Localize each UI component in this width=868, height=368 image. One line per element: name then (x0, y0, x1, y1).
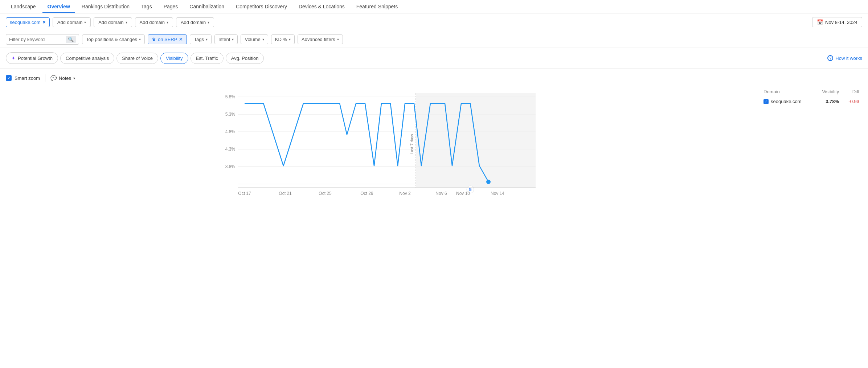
svg-point-14 (487, 180, 490, 184)
svg-text:3.8%: 3.8% (225, 164, 236, 169)
date-picker[interactable]: 📅 Nov 8-14, 2024 (812, 17, 862, 27)
chevron-down-icon: ▾ (167, 20, 168, 24)
nav-item-tags[interactable]: Tags (136, 0, 157, 13)
top-positions-filter[interactable]: Top positions & changes ▾ (82, 34, 145, 44)
chevron-down-icon: ▾ (232, 37, 234, 41)
nav-item-overview[interactable]: Overview (42, 0, 75, 13)
chevron-down-icon: ▾ (73, 76, 75, 80)
keyword-filter-wrap: 🔍 (6, 34, 79, 45)
divider (45, 74, 45, 82)
svg-text:Nov 14: Nov 14 (491, 191, 504, 196)
analysis-tab-est-traffic[interactable]: Est. Traffic (191, 53, 224, 64)
add-domain-button-4[interactable]: Add domain ▾ (176, 17, 214, 27)
analysis-tab-avg-position[interactable]: Avg. Position (226, 53, 264, 64)
chart-right-panel: Domain Visibility Diff ✓ seoquake.com 3.… (761, 74, 862, 214)
how-it-works-link[interactable]: ? How it works (827, 55, 862, 61)
smart-zoom-checkbox[interactable]: ✓ (6, 75, 12, 81)
chevron-down-icon: ▾ (289, 37, 291, 41)
domain-value: seoquake.com (10, 20, 41, 25)
on-serp-filter[interactable]: ♛ on SERP ✕ (148, 34, 187, 44)
smart-zoom-label: Smart zoom (15, 75, 40, 81)
chart-controls: ✓ Smart zoom 💬 Notes ▾ (6, 74, 753, 82)
search-icon: 🔍 (68, 37, 74, 42)
remove-serp-filter-button[interactable]: ✕ (179, 37, 183, 42)
add-domain-button-3[interactable]: Add domain ▾ (135, 17, 173, 27)
crown-icon: ♛ (152, 37, 156, 42)
chevron-down-icon: ▾ (206, 37, 208, 41)
question-circle-icon: ? (827, 55, 833, 61)
chevron-down-icon: ▾ (84, 20, 86, 24)
nav-item-rankings-distribution[interactable]: Rankings Distribution (77, 0, 135, 13)
col-domain-header: Domain (761, 87, 814, 97)
analysis-tab-competitive-analysis[interactable]: Competitive analysis (60, 53, 114, 64)
kd-filter[interactable]: KD % ▾ (271, 34, 295, 44)
svg-text:Oct 29: Oct 29 (360, 191, 373, 196)
keyword-filter-input[interactable] (9, 37, 64, 42)
analysis-tab-potential-growth[interactable]: ✦Potential Growth (6, 52, 58, 64)
chart-svg-container: 5.8% 5.3% 4.8% 4.3% 3.8% Last 7 days (6, 86, 753, 214)
filter-row: 🔍 Top positions & changes ▾ ♛ on SERP ✕ … (0, 31, 868, 48)
notes-icon: 💬 (50, 75, 57, 81)
domain-name: seoquake.com (771, 99, 802, 104)
remove-domain-button[interactable]: × (43, 20, 46, 25)
sparkle-icon: ✦ (11, 55, 16, 61)
domain-row: seoquake.com × Add domain ▾ Add domain ▾… (0, 13, 868, 31)
add-domain-button-2[interactable]: Add domain ▾ (94, 17, 132, 27)
svg-text:Nov 2: Nov 2 (399, 191, 411, 196)
svg-text:Oct 25: Oct 25 (319, 191, 332, 196)
domain-tag[interactable]: seoquake.com × (6, 17, 50, 27)
nav-item-cannibalization[interactable]: Cannibalization (184, 0, 229, 13)
advanced-filters-button[interactable]: Advanced filters ▾ (298, 34, 343, 44)
nav-item-competitors-discovery[interactable]: Competitors Discovery (231, 0, 292, 13)
visibility-value: 3.78% (814, 97, 842, 106)
analysis-tab-visibility[interactable]: Visibility (160, 53, 188, 64)
visibility-chart: 5.8% 5.3% 4.8% 4.3% 3.8% Last 7 days (6, 86, 753, 213)
svg-text:Oct 21: Oct 21 (279, 191, 292, 196)
svg-text:Nov 10: Nov 10 (456, 191, 470, 196)
date-range-label: Nov 8-14, 2024 (825, 20, 857, 25)
chevron-down-icon: ▾ (337, 37, 339, 41)
chevron-down-icon: ▾ (126, 20, 127, 24)
volume-filter[interactable]: Volume ▾ (241, 34, 268, 44)
nav-item-pages[interactable]: Pages (159, 0, 183, 13)
top-nav: LandscapeOverviewRankings DistributionTa… (0, 0, 868, 13)
smart-zoom-control: ✓ Smart zoom (6, 75, 40, 81)
chart-main: ✓ Smart zoom 💬 Notes ▾ 5.8% (6, 74, 753, 214)
notes-button[interactable]: 💬 Notes ▾ (50, 75, 75, 81)
analysis-tabs-row: ✦Potential GrowthCompetitive analysisSha… (0, 48, 868, 69)
diff-value: -0.93 (842, 97, 862, 106)
svg-text:Oct 17: Oct 17 (238, 191, 251, 196)
tags-filter[interactable]: Tags ▾ (190, 34, 211, 44)
svg-text:4.8%: 4.8% (225, 129, 236, 134)
nav-item-landscape[interactable]: Landscape (6, 0, 41, 13)
search-button[interactable]: 🔍 (66, 36, 76, 43)
calendar-icon: 📅 (817, 19, 823, 25)
domain-cell: ✓ seoquake.com (763, 99, 811, 104)
nav-item-devices-locations[interactable]: Devices & Locations (294, 0, 350, 13)
col-diff-header: Diff (842, 87, 862, 97)
analysis-tab-share-of-voice[interactable]: Share of Voice (116, 53, 158, 64)
svg-text:Nov 6: Nov 6 (435, 191, 447, 196)
nav-item-featured-snippets[interactable]: Featured Snippets (351, 0, 403, 13)
table-row: ✓ seoquake.com 3.78%-0.93 (761, 97, 862, 106)
intent-filter[interactable]: Intent ▾ (214, 34, 238, 44)
chart-area: ✓ Smart zoom 💬 Notes ▾ 5.8% (0, 69, 868, 214)
svg-text:5.8%: 5.8% (225, 94, 236, 99)
add-domain-button-1[interactable]: Add domain ▾ (53, 17, 91, 27)
domain-visibility-table: Domain Visibility Diff ✓ seoquake.com 3.… (761, 87, 862, 106)
svg-text:Last 7 days: Last 7 days (410, 134, 414, 154)
chevron-down-icon: ▾ (208, 20, 209, 24)
domain-checkbox[interactable]: ✓ (763, 99, 769, 104)
col-visibility-header: Visibility (814, 87, 842, 97)
chevron-down-icon: ▾ (262, 37, 264, 41)
svg-text:4.3%: 4.3% (225, 147, 236, 152)
chevron-down-icon: ▾ (139, 37, 141, 41)
svg-text:5.3%: 5.3% (225, 112, 236, 117)
